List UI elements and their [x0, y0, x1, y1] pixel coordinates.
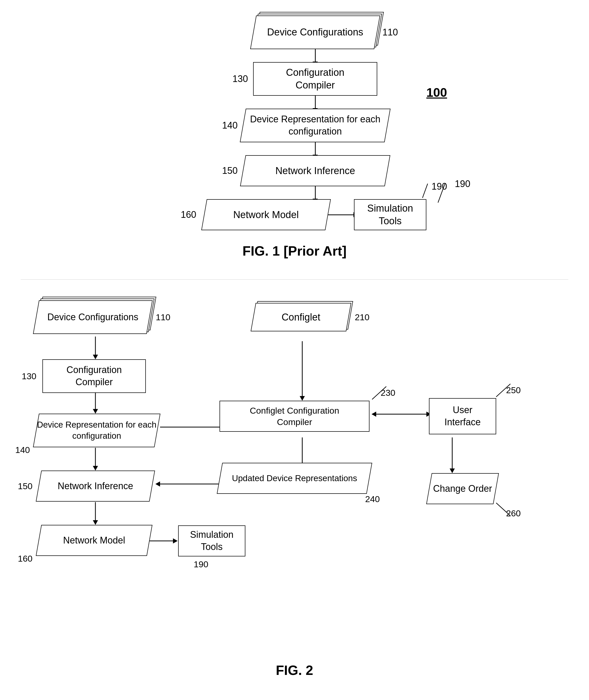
fig2-node150-label: 150 — [18, 481, 33, 491]
svg-marker-5 — [93, 409, 98, 414]
fig1-node140-label: 140 — [222, 120, 238, 131]
fig1-diagram-label: 100 — [426, 85, 447, 100]
svg-marker-24 — [155, 481, 160, 487]
svg-marker-17 — [372, 411, 376, 417]
fig2-node190-label: 190 — [194, 559, 208, 569]
fig2-network-inference: Network Inference 150 — [38, 471, 152, 502]
fig2-network-model: Network Model 160 — [38, 525, 150, 556]
fig1-node150-label: 150 — [222, 165, 238, 176]
fig1-device-configs: Device Configurations — [250, 15, 380, 49]
fig2-node140-label: 140 — [15, 445, 30, 455]
fig2-updated-device: Updated Device Representations 240 — [219, 463, 370, 494]
fig2-device-configs: Device Configurations 110 — [36, 300, 150, 334]
fig1-config-compiler: Configuration Compiler — [253, 62, 377, 96]
fig2-node240-label: 240 — [365, 494, 380, 504]
svg-line-25 — [372, 386, 386, 399]
fig2-node250-label: 250 — [506, 385, 521, 395]
svg-marker-9 — [93, 520, 98, 525]
svg-marker-7 — [93, 466, 98, 471]
svg-marker-15 — [300, 396, 305, 401]
fig1-node190-label: 190 — [455, 178, 470, 189]
fig1-node190-num: 190 — [431, 181, 447, 192]
fig2-title: FIG. 2 — [276, 663, 313, 678]
fig2-node210-label: 210 — [355, 312, 370, 322]
fig2-configlet: Configlet 210 — [253, 303, 349, 331]
fig1-node110-label: 110 — [382, 27, 398, 38]
fig1-simulation-tools: Simulation Tools — [354, 199, 426, 230]
fig1-title: FIG. 1 [Prior Art] — [127, 243, 462, 259]
fig2-node110-label: 110 — [156, 312, 170, 322]
fig2-config-compiler: Configuration Compiler 130 — [42, 359, 146, 393]
fig1-network-inference: Network Inference — [240, 155, 390, 186]
fig2-configlet-compiler: Configlet Configuration Compiler 230 — [219, 401, 370, 432]
fig2-change-order: Change Order 260 — [429, 473, 496, 504]
fig2-node160-label: 160 — [18, 554, 33, 564]
svg-marker-11 — [173, 538, 178, 543]
fig1-device-rep: Device Representation for each configura… — [240, 109, 391, 142]
svg-marker-20 — [450, 469, 455, 473]
fig1-node130-label: 130 — [232, 73, 248, 84]
svg-marker-3 — [93, 355, 98, 359]
fig2-simulation-tools: Simulation Tools 190 — [178, 525, 245, 556]
svg-line-1 — [422, 184, 428, 198]
fig2-device-rep: Device Representation for each configura… — [36, 414, 158, 447]
fig2-node130-label: 130 — [22, 371, 36, 381]
fig2-node260-label: 260 — [506, 508, 521, 518]
fig1-network-model: Network Model — [201, 199, 331, 230]
fig2-user-interface: User Interface 250 — [429, 398, 496, 434]
fig1-node160-label: 160 — [181, 209, 196, 220]
